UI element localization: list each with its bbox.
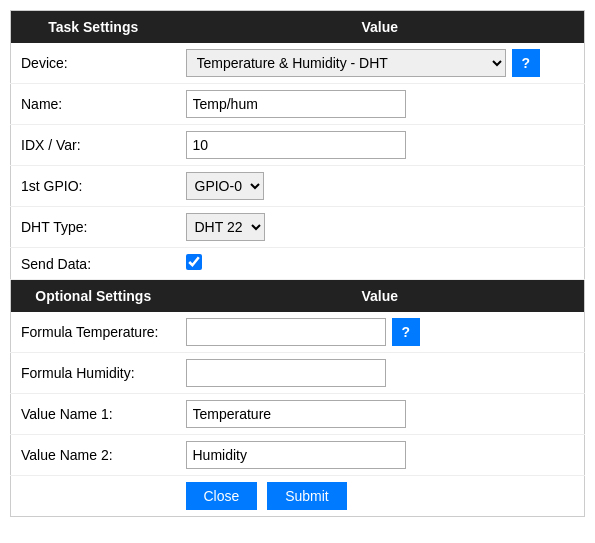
close-button[interactable]: Close bbox=[186, 482, 258, 510]
optional-value-header: Value bbox=[176, 280, 585, 313]
formula-temp-label: Formula Temperature: bbox=[11, 312, 176, 353]
device-help-button[interactable]: ? bbox=[512, 49, 541, 77]
dht-label: DHT Type: bbox=[11, 207, 176, 248]
value-name1-input[interactable] bbox=[186, 400, 406, 428]
dht-cell: DHT 22 bbox=[176, 207, 585, 248]
idx-input[interactable] bbox=[186, 131, 406, 159]
idx-label: IDX / Var: bbox=[11, 125, 176, 166]
device-label: Device: bbox=[11, 43, 176, 84]
formula-humidity-cell bbox=[176, 353, 585, 394]
gpio-select[interactable]: GPIO-0 bbox=[186, 172, 264, 200]
formula-temp-input[interactable] bbox=[186, 318, 386, 346]
value-name2-cell bbox=[176, 435, 585, 476]
formula-humidity-label: Formula Humidity: bbox=[11, 353, 176, 394]
value-name1-cell bbox=[176, 394, 585, 435]
value-header: Value bbox=[176, 11, 585, 44]
value-name2-label: Value Name 2: bbox=[11, 435, 176, 476]
task-settings-header: Task Settings bbox=[11, 11, 176, 44]
formula-humidity-input[interactable] bbox=[186, 359, 386, 387]
send-data-checkbox[interactable] bbox=[186, 254, 202, 270]
formula-help-button[interactable]: ? bbox=[392, 318, 421, 346]
value-name1-label: Value Name 1: bbox=[11, 394, 176, 435]
device-cell: Temperature & Humidity - DHT ? bbox=[176, 43, 585, 84]
send-data-label: Send Data: bbox=[11, 248, 176, 280]
submit-button[interactable]: Submit bbox=[267, 482, 347, 510]
optional-settings-header: Optional Settings bbox=[11, 280, 176, 313]
device-select[interactable]: Temperature & Humidity - DHT bbox=[186, 49, 506, 77]
actions-cell: Close Submit bbox=[176, 476, 585, 517]
name-cell bbox=[176, 84, 585, 125]
name-label: Name: bbox=[11, 84, 176, 125]
gpio-cell: GPIO-0 bbox=[176, 166, 585, 207]
actions-label-empty bbox=[11, 476, 176, 517]
value-name2-input[interactable] bbox=[186, 441, 406, 469]
name-input[interactable] bbox=[186, 90, 406, 118]
gpio-label: 1st GPIO: bbox=[11, 166, 176, 207]
idx-cell bbox=[176, 125, 585, 166]
dht-select[interactable]: DHT 22 bbox=[186, 213, 265, 241]
formula-temp-cell: ? bbox=[176, 312, 585, 353]
send-data-cell bbox=[176, 248, 585, 280]
